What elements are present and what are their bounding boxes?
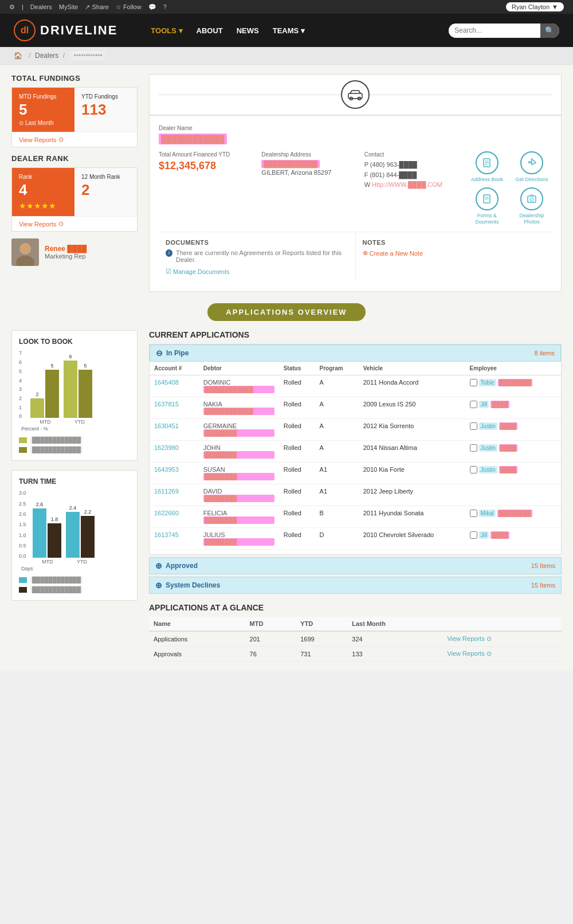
chat-icon[interactable]: 💬 [148,3,156,11]
ltb-legend-box-2 [19,447,27,453]
status-cell: Rolled [279,506,315,528]
tt-y-label: Days [19,566,130,571]
glance-col-ytd: YTD [296,617,347,631]
glance-view-reports[interactable]: View Reports ⊙ [447,650,557,657]
tt-ytd-bar2-fill [81,516,95,558]
search-button[interactable]: 🔍 [540,24,559,38]
minus-circle-icon[interactable]: ⊖ [156,349,163,358]
in-pipe-table: Account # Debtor Status Program Vehicle … [150,362,561,550]
employee-name: Justin [479,466,497,473]
glance-link-cell: View Reports ⊙ [442,647,562,661]
fundings-view-reports[interactable]: View Reports ⊙ [12,132,137,147]
settings-icon[interactable]: ⚙ [9,3,15,11]
vehicle-cell: 2012 Kia Sorrento [359,419,465,441]
glance-last-month: 133 [347,647,442,661]
employee-checkbox[interactable] [470,401,477,408]
forms-btn[interactable]: Forms & Douments [467,187,507,225]
employee-checkbox[interactable] [470,444,477,452]
glance-name: Applications [149,631,245,647]
apps-right: CURRENT APPLICATIONS ⊖ In Pipe 8 items A… [149,330,562,661]
program-cell: B [315,506,359,528]
glance-view-reports[interactable]: View Reports ⊙ [447,635,557,643]
rank-view-reports[interactable]: View Reports ⊙ [12,216,137,231]
glance-mtd: 201 [245,631,296,647]
current-apps-title: CURRENT APPLICATIONS [149,330,562,339]
action-row-1: Address Book Get Directions [467,151,552,183]
tt-ytd-group: 2.4 2.2 [66,505,95,558]
rep-info: Renee ████ Marketing Rep [45,245,87,260]
address-book-btn[interactable]: Address Book [467,151,507,183]
account-link[interactable]: 1622660 [154,510,179,516]
dealer-name-value: ████████████ [159,134,227,144]
mtd-value: 5 [19,101,68,119]
share-link[interactable]: ↗ Share [85,3,108,11]
svg-point-15 [530,198,533,201]
table-row: 1643953 SUSAN ████████ Rolled A1 2010 Ki… [150,463,561,484]
tt-mtd-bar2-fill [48,523,61,558]
debtor-cell: FELICIA ████████ [199,506,279,528]
account-link[interactable]: 1645408 [154,379,179,386]
employee-checkbox[interactable] [470,510,477,517]
help-link[interactable]: ? [163,3,167,10]
account-link[interactable]: 1630451 [154,422,179,429]
employee-cell: Tobie ████████ [465,375,561,397]
rank-value: 4 [19,181,68,199]
ltb-ytd-bar2-fill [79,370,92,418]
status-cell: Rolled [279,375,315,397]
debtor-name: DOMINIC [203,379,274,386]
dealers-link[interactable]: Dealers [30,3,52,10]
tt-mtd-bars: 2.6 1.8 [33,502,61,558]
table-row: 1622660 FELICIA ████████ Rolled B 2011 H… [150,506,561,528]
employee-checkbox[interactable] [470,531,477,539]
glance-body: Applications 201 1699 324 View Reports ⊙… [149,631,562,661]
ltb-mtd-bar1: 2 [30,391,44,418]
ytd-value: 113 [81,101,130,119]
tt-chart-area: 2.6 1.8 [33,490,130,565]
employee-area: Mikal ████████ [470,510,556,517]
account-link[interactable]: 1643953 [154,466,179,473]
debtor-name: JOHN [203,444,274,451]
in-pipe-table-head: Account # Debtor Status Program Vehicle … [150,362,561,375]
nav-news[interactable]: NEWS [231,23,265,38]
ltb-ytd-bar2: 5 [79,363,92,418]
mysite-link[interactable]: MySite [59,3,79,10]
directions-icon [520,151,543,174]
employee-checkbox[interactable] [470,379,477,386]
nav-tools[interactable]: TOOLS ▾ [145,23,188,38]
home-icon[interactable]: 🏠 [14,52,22,60]
employee-checkbox[interactable] [470,466,477,473]
declines-row[interactable]: ⊕ System Declines 15 Items [149,577,562,594]
address-col: Dealership Address ████████████ GILBERT,… [261,151,355,225]
dealer-website[interactable]: Http://WWW.████.COM [372,181,442,188]
ltb-legend-2: ████████████ [19,446,130,453]
plus-circle-icon-declines: ⊕ [155,581,162,590]
breadcrumb-dealers[interactable]: Dealers [35,52,58,60]
user-menu[interactable]: Ryan Clayton ▼ [506,2,564,11]
account-cell: 1613745 [150,528,199,550]
nav-teams[interactable]: TEAMS ▾ [267,23,311,38]
account-link[interactable]: 1613745 [154,531,179,538]
get-directions-btn[interactable]: Get Directions [512,151,552,183]
look-to-book-chart: 76543210 2 [19,350,130,425]
employee-name: Justin [479,422,497,430]
glance-table: Name MTD YTD Last Month Applications 201… [149,617,562,661]
nav-about[interactable]: ABOUT [191,23,229,38]
in-pipe-header-row: Account # Debtor Status Program Vehicle … [150,362,561,375]
search-input[interactable] [449,24,540,37]
account-link[interactable]: 1623980 [154,444,179,451]
create-note-link[interactable]: ⊕ Create a New Note [363,249,545,257]
col-employee: Employee [465,362,561,375]
search-box[interactable]: 🔍 [449,24,559,38]
photos-btn[interactable]: Dealership Photos [512,187,552,225]
manage-documents-link[interactable]: ☑ Manage Documents [166,268,348,275]
approved-row[interactable]: ⊕ Approved 15 Items [149,557,562,574]
debtor-sub: ████████████ [203,386,274,393]
month-rank-value: 2 [81,181,130,199]
follow-link[interactable]: ☆ Follow [116,3,142,11]
top-bar: ⚙ | Dealers MySite ↗ Share ☆ Follow 💬 ? … [0,0,573,14]
account-link[interactable]: 1611269 [154,488,179,495]
employee-cell: Mikal ████████ [465,506,561,528]
last-month: ⊙ Last Month [19,120,68,126]
employee-checkbox[interactable] [470,422,477,430]
account-link[interactable]: 1637815 [154,401,179,408]
